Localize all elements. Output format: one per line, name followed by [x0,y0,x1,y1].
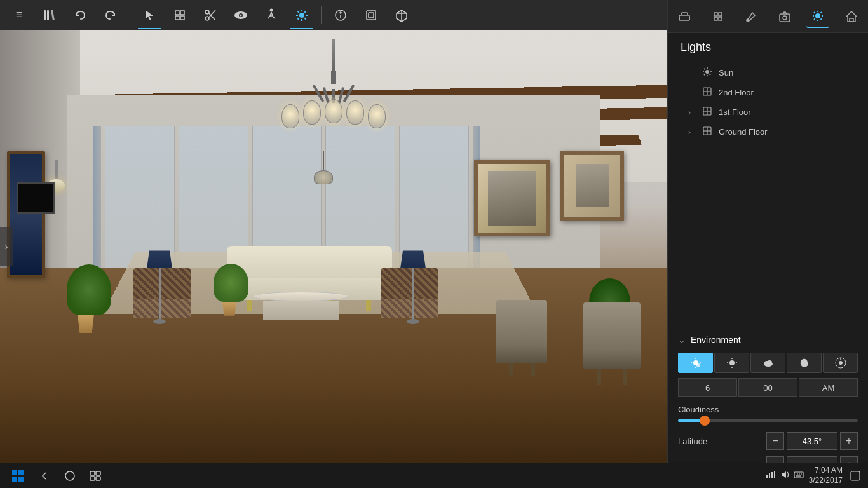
dining-chair-2 [583,302,641,385]
nav-arrow-left[interactable]: › [0,227,13,266]
svg-line-21 [304,11,306,12]
view-button[interactable] [227,1,255,29]
1st-floor-icon [702,106,712,118]
keyboard-icon[interactable] [794,470,804,482]
light-button[interactable] [288,1,316,29]
coffee-table [254,292,349,320]
svg-rect-26 [367,11,376,20]
task-view-button[interactable] [84,464,107,487]
clock-time: 7:04 AM [809,466,843,476]
svg-point-33 [747,19,749,22]
svg-rect-87 [96,471,100,475]
plant-center [214,264,245,316]
latitude-increase-button[interactable]: + [840,432,858,450]
svg-line-41 [814,12,815,13]
select-button[interactable] [135,1,163,29]
svg-point-13 [270,8,273,11]
sky-btn-clear[interactable] [678,353,713,373]
svg-point-36 [815,13,820,18]
hanging-lamp [314,151,333,184]
notification-button[interactable] [848,468,863,484]
environment-header[interactable]: ⌄ Environment [678,335,858,345]
clock-date: 3/22/2017 [809,476,843,486]
svg-point-77 [767,360,772,364]
svg-line-51 [704,69,705,69]
svg-rect-31 [714,17,717,20]
latitude-label: Latitude [678,437,707,446]
svg-rect-82 [18,470,24,475]
network-icon[interactable] [766,470,776,482]
build-button[interactable] [166,1,194,29]
light-item-2nd-floor[interactable]: › 2nd Floor [678,83,858,102]
svg-rect-5 [180,16,184,20]
light-item-ground-floor[interactable]: › Ground Floor [678,122,858,142]
svg-rect-88 [90,477,95,480]
light-item-1st-floor[interactable]: › 1st Floor [678,102,858,122]
scissors-button[interactable] [196,1,224,29]
svg-line-22 [298,18,299,19]
svg-rect-93 [774,471,775,478]
svg-point-80 [839,361,843,365]
1st-floor-expand[interactable]: › [683,108,696,117]
svg-rect-0 [44,10,46,20]
right-panel: Lights › Sun › [667,0,868,488]
sky-btn-cloudy[interactable] [750,353,785,373]
back-button[interactable] [33,464,56,487]
ground-floor-label: Ground Floor [719,127,768,137]
svg-point-69 [696,363,700,367]
library-button[interactable] [36,1,64,29]
menu-button[interactable]: ≡ [5,1,33,29]
redo-button[interactable] [97,1,125,29]
panel-camera-icon[interactable] [773,5,796,28]
artwork-main [474,160,550,236]
cloudiness-slider[interactable] [678,419,858,422]
info-button[interactable] [327,1,355,29]
light-item-sun[interactable]: › Sun [678,63,858,83]
lights-section: Lights › Sun › [668,33,868,149]
panel-home-icon[interactable] [840,5,863,28]
volume-icon[interactable] [780,470,790,482]
floor-lamp-left [147,250,172,324]
panel-furniture-icon[interactable] [673,5,696,28]
panel-lighting-icon[interactable] [806,5,829,28]
undo-button[interactable] [66,1,94,29]
start-button[interactable] [5,464,31,487]
top-toolbar: ≡ [0,0,667,30]
svg-point-46 [705,70,709,74]
svg-line-43 [821,12,822,13]
svg-rect-89 [96,477,100,480]
sky-btn-night[interactable] [787,353,822,373]
latitude-row: Latitude − 43.5° + [678,432,858,450]
3d-button[interactable] [388,1,416,29]
2nd-floor-icon [702,86,712,98]
environment-chevron: ⌄ [678,335,686,345]
lights-title: Lights [678,41,858,54]
sky-btn-sunset[interactable] [823,353,858,373]
sky-btn-sunny[interactable] [714,353,749,373]
svg-line-42 [821,18,822,20]
system-clock[interactable]: 7:04 AM 3/22/2017 [809,466,843,485]
time-hour-input[interactable]: 6 [678,378,737,397]
svg-rect-4 [175,16,179,20]
latitude-input[interactable]: 43.5° [787,432,837,450]
latitude-decrease-button[interactable]: − [766,432,784,450]
svg-rect-1 [47,10,49,20]
artwork-right [560,151,624,221]
plant-left [67,264,105,333]
svg-point-12 [240,14,242,16]
frame-button[interactable] [357,1,385,29]
panel-build-icon[interactable] [707,5,729,28]
sun-light-icon [702,67,712,79]
time-period-input[interactable]: AM [799,378,858,397]
svg-rect-29 [714,13,717,16]
ground-floor-expand[interactable]: › [683,128,696,137]
walk-button[interactable] [257,1,285,29]
panel-paint-icon[interactable] [740,5,763,28]
taskbar: 7:04 AM 3/22/2017 [0,463,868,488]
panel-toolbar [668,0,868,33]
viewport: › [0,30,667,463]
time-minute-input[interactable]: 00 [738,378,797,397]
cortana-button[interactable] [58,464,81,487]
svg-point-14 [299,13,304,18]
svg-rect-84 [18,477,24,482]
